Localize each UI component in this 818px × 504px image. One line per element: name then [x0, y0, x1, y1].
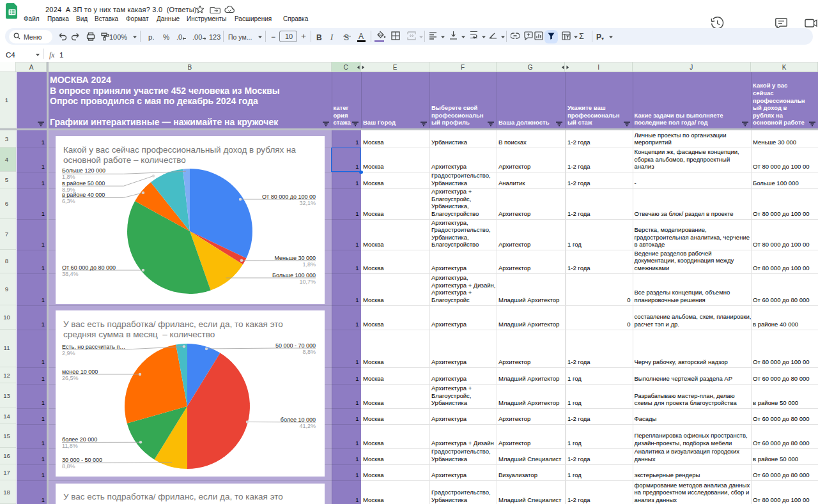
svg-text:Есть, но рассчитать п…: Есть, но рассчитать п… — [62, 344, 125, 350]
svg-text:менее 10 000: менее 10 000 — [62, 369, 98, 375]
svg-text:Меньше 30 000: Меньше 30 000 — [274, 255, 316, 261]
svg-text:30 000 - 50 000: 30 000 - 50 000 — [62, 457, 102, 463]
svg-text:32,1%: 32,1% — [299, 200, 316, 206]
svg-text:8,8%: 8,8% — [62, 463, 75, 470]
svg-text:38,4%: 38,4% — [62, 271, 79, 277]
svg-text:От 60 000 до 80 000: От 60 000 до 80 000 — [62, 264, 116, 271]
svg-text:более 10 000: более 10 000 — [281, 416, 316, 423]
svg-text:1,8%: 1,8% — [62, 174, 75, 180]
svg-text:в районе 50 000: в районе 50 000 — [62, 180, 105, 187]
svg-text:1,8%: 1,8% — [302, 261, 316, 268]
svg-text:41,2%: 41,2% — [299, 423, 316, 429]
svg-text:2,9%: 2,9% — [62, 350, 75, 356]
svg-text:Больше 120 000: Больше 120 000 — [62, 167, 105, 174]
svg-text:От 80 000 до 100 00: От 80 000 до 100 00 — [262, 194, 316, 200]
svg-text:10,7%: 10,7% — [299, 279, 316, 285]
svg-text:6,3%: 6,3% — [62, 198, 75, 204]
svg-text:50 000 - 70 000: 50 000 - 70 000 — [275, 342, 316, 349]
svg-text:8,8%: 8,8% — [302, 349, 316, 355]
svg-text:более 20 000: более 20 000 — [62, 436, 97, 443]
svg-text:26,5%: 26,5% — [62, 375, 79, 381]
svg-text:в районе 40 000: в районе 40 000 — [62, 192, 105, 198]
svg-text:Больше 100 000: Больше 100 000 — [272, 272, 316, 279]
svg-text:11,8%: 11,8% — [62, 443, 78, 449]
